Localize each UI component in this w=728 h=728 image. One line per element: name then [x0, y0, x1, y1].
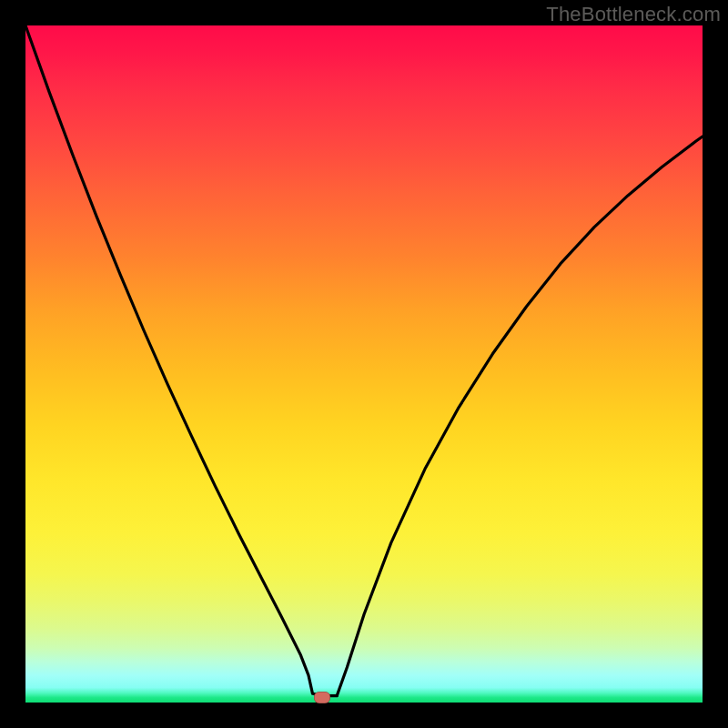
watermark-text: TheBottleneck.com — [546, 3, 721, 26]
curve-right-branch — [337, 136, 703, 696]
chart-frame: TheBottleneck.com — [0, 0, 728, 728]
chart-plot-area — [25, 25, 703, 703]
bottleneck-marker — [314, 692, 330, 703]
curve-left-branch — [25, 25, 337, 696]
chart-curves-svg — [25, 25, 703, 703]
